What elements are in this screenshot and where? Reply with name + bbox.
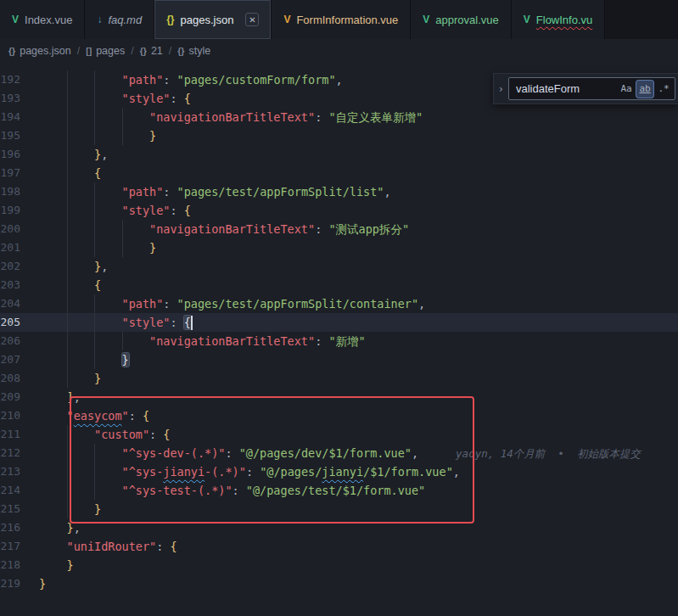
line-number: 205 (0, 313, 39, 332)
object-icon: {} (177, 46, 184, 56)
line-number: 194 (0, 108, 39, 126)
tab-label: faq.md (108, 14, 142, 26)
breadcrumb-item-pages.json[interactable]: {}pages.json (8, 45, 71, 57)
tab-FormInformation.vue[interactable]: VFormInformation.vue (272, 0, 411, 39)
indent-guide (67, 332, 68, 350)
indent-guide (94, 462, 95, 481)
indent-guide (94, 481, 95, 500)
code-line-209[interactable]: 209 ], (0, 388, 678, 406)
code-line-208[interactable]: 208 } (0, 369, 678, 388)
indent-guide (122, 108, 123, 126)
code-line-203[interactable]: 203 { (0, 276, 678, 294)
code-line-199[interactable]: 199 "style": { (0, 201, 678, 220)
tab-approval.vue[interactable]: Vapproval.vue (411, 0, 511, 39)
code-line-196[interactable]: 196 }, (0, 145, 678, 164)
editor[interactable]: 192 "path": "pages/customForm/form",193 … (0, 63, 678, 616)
code-line-205[interactable]: 205 "style": { (0, 313, 678, 332)
indent-guide (67, 276, 68, 294)
line-number: 195 (0, 126, 39, 145)
json-object-icon: {} (8, 46, 15, 56)
tab-Index.vue[interactable]: VIndex.vue (0, 0, 85, 39)
tab-pages.json[interactable]: {}pages.json✕ (154, 0, 272, 39)
indent-guide (94, 182, 95, 201)
breadcrumb-item-pages[interactable]: []pages (86, 45, 125, 57)
indent-guide (94, 332, 95, 350)
indent-guide (67, 350, 68, 369)
code-line-218[interactable]: 218 } (0, 556, 678, 574)
indent-guide (94, 313, 95, 332)
indent-guide (67, 182, 68, 201)
code-line-215[interactable]: 215 } (0, 500, 678, 518)
code-line-210[interactable]: 210 "easycom": { (0, 406, 678, 425)
code-line-213[interactable]: 213 "^sys-jianyi-(.*)": "@/pages/jianyi/… (0, 462, 678, 481)
indent-guide (67, 444, 68, 462)
whole-word-icon[interactable]: ab (636, 81, 653, 98)
indent-guide (67, 108, 68, 126)
line-number: 199 (0, 201, 39, 220)
tab-label: FormInformation.vue (296, 14, 398, 26)
indent-guide (67, 294, 68, 313)
line-number: 202 (0, 257, 39, 276)
indent-guide (67, 126, 68, 145)
line-number: 214 (0, 481, 39, 500)
tab-label: pages.json (180, 14, 233, 26)
regex-icon[interactable]: .* (655, 81, 672, 98)
vue-icon: V (283, 14, 290, 25)
code-line-197[interactable]: 197 { (0, 164, 678, 182)
indent-guide (67, 89, 68, 108)
line-number: 198 (0, 182, 39, 201)
tab-FlowInfo.vu[interactable]: VFlowInfo.vu (512, 0, 606, 39)
tab-bar: VIndex.vue↓faq.md{}pages.json✕VFormInfor… (0, 0, 678, 39)
code-line-219[interactable]: 219} (0, 574, 678, 593)
code-line-195[interactable]: 195 } (0, 126, 678, 145)
find-options: Aaab.* (616, 81, 672, 98)
line-number: 209 (0, 388, 39, 406)
vue-icon: V (524, 14, 530, 25)
line-number: 192 (0, 70, 39, 89)
indent-guide (94, 126, 95, 145)
indent-guide (94, 89, 95, 108)
indent-guide (67, 481, 68, 500)
code-line-198[interactable]: 198 "path": "pages/test/appFormSplit/lis… (0, 182, 678, 201)
breadcrumb-item-21[interactable]: {}21 (140, 45, 163, 57)
line-number: 219 (0, 574, 39, 593)
line-number: 197 (0, 164, 39, 182)
tab-faq.md[interactable]: ↓faq.md (85, 0, 154, 39)
indent-guide (67, 313, 68, 332)
find-widget: › Aaab.* (493, 73, 678, 104)
tab-label: approval.vue (435, 14, 498, 26)
code-line-216[interactable]: 216 }, (0, 518, 678, 537)
code-line-204[interactable]: 204 "path": "pages/test/appFormSplit/con… (0, 294, 678, 313)
json-icon: {} (166, 14, 174, 25)
line-number: 201 (0, 238, 39, 257)
git-blame-annotation: yaoyn, 14个月前 • 初始版本提交 (456, 447, 641, 460)
indent-guide (94, 294, 95, 313)
line-number: 212 (0, 444, 39, 462)
breadcrumb-separator: / (169, 45, 171, 57)
match-case-icon[interactable]: Aa (618, 81, 635, 98)
code-line-206[interactable]: 206 "navigationBarTitleText": "新增" (0, 332, 678, 350)
code-line-211[interactable]: 211 "custom": { (0, 425, 678, 444)
indent-guide (67, 145, 68, 164)
breadcrumb-label: 21 (151, 45, 163, 57)
code-lines: 192 "path": "pages/customForm/form",193 … (0, 63, 678, 593)
code-line-202[interactable]: 202 }, (0, 257, 678, 276)
find-input[interactable] (516, 82, 616, 95)
line-number: 200 (0, 220, 39, 238)
code-line-207[interactable]: 207 } (0, 350, 678, 369)
code-line-194[interactable]: 194 "navigationBarTitleText": "自定义表单新增" (0, 108, 678, 126)
tab-label: Index.vue (25, 14, 72, 26)
breadcrumb-item-style[interactable]: {}style (177, 45, 210, 57)
indent-guide (67, 462, 68, 481)
code-line-201[interactable]: 201 } (0, 238, 678, 257)
code-line-217[interactable]: 217 "uniIdRouter": { (0, 537, 678, 556)
close-icon[interactable]: ✕ (245, 13, 259, 26)
code-line-200[interactable]: 200 "navigationBarTitleText": "测试app拆分" (0, 220, 678, 238)
line-number: 207 (0, 350, 39, 369)
indent-guide (67, 369, 68, 388)
indent-guide (122, 220, 123, 238)
find-input-box: Aaab.* (508, 77, 675, 100)
chevron-right-icon[interactable]: › (494, 80, 508, 98)
code-line-214[interactable]: 214 "^sys-test-(.*)": "@/pages/test/$1/f… (0, 481, 678, 500)
code-line-212[interactable]: 212 "^sys-dev-(.*)": "@/pages/dev/$1/for… (0, 444, 678, 462)
